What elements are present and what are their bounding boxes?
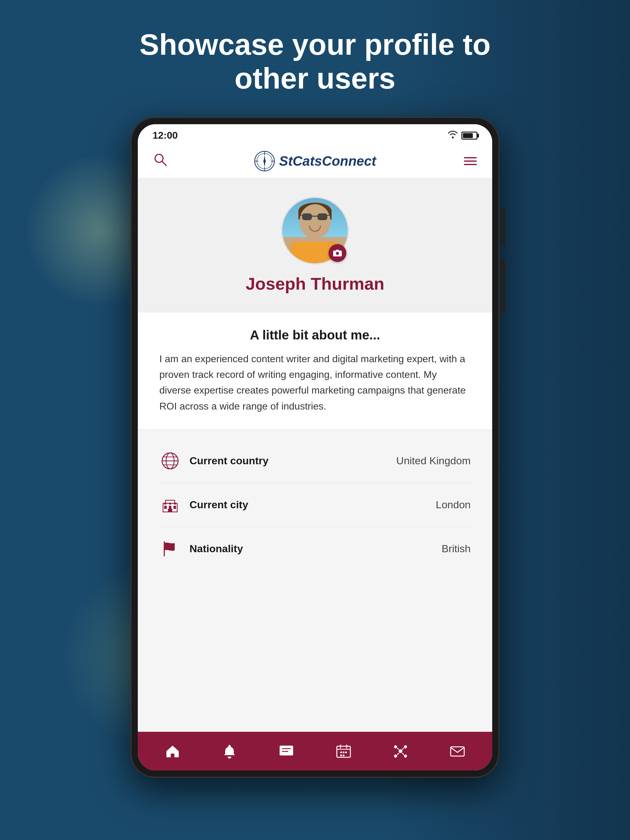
menu-line-1	[464, 157, 477, 158]
svg-rect-23	[164, 506, 167, 509]
nationality-value: British	[442, 543, 471, 555]
logo-text: StCatsConnect	[279, 153, 376, 169]
svg-point-46	[394, 755, 397, 758]
svg-rect-27	[169, 503, 171, 505]
svg-line-51	[402, 753, 404, 755]
info-row-city: Current city London	[159, 483, 471, 527]
svg-line-1	[162, 161, 166, 166]
menu-line-3	[464, 164, 477, 165]
nationality-label: Nationality	[190, 543, 442, 555]
svg-point-9	[263, 160, 266, 163]
camera-badge[interactable]	[329, 244, 347, 262]
svg-point-43	[399, 749, 402, 753]
about-section: A little bit about me... I am an experie…	[138, 312, 492, 430]
svg-rect-24	[169, 506, 171, 509]
tablet-device: 12:00	[130, 117, 500, 778]
about-title: A little bit about me...	[159, 328, 471, 343]
svg-point-47	[404, 755, 407, 758]
menu-button[interactable]	[464, 157, 477, 165]
svg-rect-26	[164, 503, 166, 505]
svg-rect-10	[302, 213, 312, 220]
svg-rect-11	[317, 213, 327, 220]
svg-line-50	[397, 753, 399, 755]
tablet-screen: 12:00	[138, 124, 492, 771]
flag-icon	[159, 538, 181, 560]
svg-rect-52	[451, 747, 464, 756]
bottom-nav	[138, 732, 492, 771]
profile-area: Joseph Thurman	[138, 178, 492, 312]
svg-line-48	[397, 748, 399, 750]
svg-point-41	[340, 755, 342, 756]
current-city-label: Current city	[190, 499, 436, 511]
logo-icon	[254, 150, 275, 172]
battery-icon	[461, 132, 477, 140]
app-header: StCatsConnect	[138, 144, 492, 178]
nav-home[interactable]	[160, 741, 185, 762]
profile-name: Joseph Thurman	[245, 274, 384, 294]
avatar-wrapper	[281, 197, 349, 264]
svg-point-39	[343, 752, 345, 753]
svg-rect-31	[280, 745, 293, 755]
status-bar: 12:00	[138, 124, 492, 144]
svg-rect-25	[174, 506, 176, 509]
svg-point-15	[336, 252, 339, 255]
svg-rect-29	[168, 509, 172, 512]
status-icons	[447, 130, 477, 141]
nav-network[interactable]	[388, 741, 413, 762]
status-time: 12:00	[153, 130, 178, 141]
info-row-nationality: Nationality British	[159, 527, 471, 571]
svg-rect-28	[174, 503, 176, 505]
info-section: Current country United Kingdom	[138, 430, 492, 732]
svg-point-38	[340, 752, 342, 753]
svg-point-44	[394, 745, 397, 748]
city-icon	[159, 494, 181, 516]
page-title-line2: other users	[235, 62, 396, 95]
nav-mail[interactable]	[445, 741, 470, 762]
svg-point-42	[343, 755, 345, 756]
current-country-value: United Kingdom	[396, 455, 471, 467]
app-logo: StCatsConnect	[254, 150, 376, 172]
globe-icon	[159, 450, 181, 472]
svg-line-49	[402, 748, 404, 750]
menu-line-2	[464, 161, 477, 162]
nav-calendar[interactable]	[331, 741, 356, 762]
info-row-country: Current country United Kingdom	[159, 439, 471, 483]
page-title-line1: Showcase your profile to	[139, 28, 491, 61]
nav-messages[interactable]	[274, 741, 299, 762]
svg-point-45	[404, 745, 407, 748]
current-country-label: Current country	[190, 455, 396, 467]
about-text: I am an experienced content writer and d…	[159, 351, 471, 414]
page-title: Showcase your profile to other users	[0, 28, 630, 96]
current-city-value: London	[436, 499, 471, 511]
search-button[interactable]	[153, 153, 167, 170]
wifi-icon	[447, 130, 458, 141]
nav-notifications[interactable]	[217, 741, 242, 762]
svg-point-40	[345, 752, 347, 753]
